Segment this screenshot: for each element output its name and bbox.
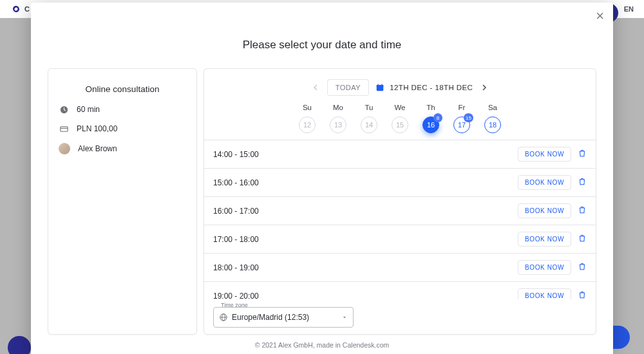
timezone-select[interactable]: Europe/Madrid (12:53) [213,307,354,328]
book-now-button[interactable]: BOOK NOW [518,175,571,190]
day-number[interactable]: 18 [484,116,501,133]
modal-title: Please select your date and time [48,39,596,51]
caret-down-icon [341,314,348,321]
shopping-bag-icon[interactable] [578,205,587,216]
time-slot: 19:00 - 20:00BOOK NOW [204,281,596,299]
day-of-week: Th [420,104,442,111]
day-of-week: Sa [482,104,504,111]
day-number: 15 [392,116,408,133]
slot-time: 17:00 - 18:00 [213,235,259,244]
slot-time: 15:00 - 16:00 [213,178,259,187]
day-column: Mo13 [327,104,349,133]
week-row: Su12Mo13Tu14We15Th168Fr1715Sa18 [204,100,596,140]
svg-rect-5 [378,84,379,86]
modal-footer: © 2021 Alex GmbH, made in Calendesk.com [48,341,596,349]
book-now-button[interactable]: BOOK NOW [518,232,571,247]
availability-badge: 8 [433,113,442,122]
day-number: 13 [330,116,346,133]
credit-card-icon [59,124,69,134]
svg-rect-1 [60,126,67,131]
slot-time: 19:00 - 20:00 [213,292,259,300]
book-now-button[interactable]: BOOK NOW [518,260,571,275]
day-number: 12 [299,116,316,133]
provider-name: Alex Brown [78,144,117,153]
day-column: Su12 [296,104,318,133]
book-now-button[interactable]: BOOK NOW [518,288,571,299]
globe-icon [219,313,228,322]
timezone-value: Europe/Madrid (12:53) [232,313,309,322]
time-slot: 16:00 - 17:00BOOK NOW [204,196,596,225]
availability-badge: 15 [464,113,473,122]
close-icon[interactable]: × [596,9,604,23]
day-of-week: Su [296,104,318,111]
book-now-button[interactable]: BOOK NOW [518,147,571,162]
shopping-bag-icon[interactable] [578,149,587,160]
day-number[interactable]: 1715 [453,116,470,133]
date-range-text: 12TH DEC - 18TH DEC [390,84,473,91]
day-of-week: Mo [327,104,349,111]
day-column: Th168 [420,104,442,133]
day-column: Fr1715 [451,104,473,133]
shopping-bag-icon[interactable] [578,290,587,299]
shopping-bag-icon[interactable] [578,262,587,273]
slot-time: 18:00 - 19:00 [213,263,259,272]
service-summary-card: Online consultation 60 min PLN 100,00 Al… [48,68,197,335]
day-number: 14 [361,116,377,133]
service-price: PLN 100,00 [77,124,117,133]
svg-rect-6 [382,84,383,86]
slot-time: 16:00 - 17:00 [213,207,259,216]
service-duration: 60 min [77,105,100,114]
day-column: Sa18 [482,104,504,133]
shopping-bag-icon[interactable] [578,234,587,245]
clock-icon [59,104,69,115]
brand-logo: C [10,3,30,15]
schedule-card: TODAY 12TH DEC - 18TH DEC Su12Mo13Tu14We… [204,68,596,335]
day-of-week: We [389,104,411,111]
language-switch[interactable]: EN [624,5,634,13]
day-column: We15 [389,104,411,133]
time-slot: 18:00 - 19:00BOOK NOW [204,253,596,281]
book-now-button[interactable]: BOOK NOW [518,203,571,218]
chevron-right-icon[interactable] [479,82,489,93]
date-range: 12TH DEC - 18TH DEC [375,83,473,92]
calendar-icon [375,83,384,92]
avatar [59,143,70,154]
booking-modal: × Please select your date and time Onlin… [31,3,613,354]
slot-time: 14:00 - 15:00 [213,150,259,159]
day-of-week: Tu [358,104,380,111]
chevron-left-icon [310,82,321,93]
day-of-week: Fr [451,104,473,111]
brand-initial: C [24,5,30,13]
today-button[interactable]: TODAY [327,79,369,96]
day-column: Tu14 [358,104,380,133]
time-slot: 17:00 - 18:00BOOK NOW [204,225,596,253]
background-decoration [8,336,31,354]
time-slot: 15:00 - 16:00BOOK NOW [204,168,596,196]
time-slot: 14:00 - 15:00BOOK NOW [204,140,596,168]
shopping-bag-icon[interactable] [578,177,587,188]
week-nav: TODAY 12TH DEC - 18TH DEC [204,69,596,100]
slot-list: 14:00 - 15:00BOOK NOW15:00 - 16:00BOOK N… [204,140,596,299]
svg-rect-4 [377,85,384,87]
day-number[interactable]: 168 [422,116,439,133]
service-name: Online consultation [59,84,186,94]
